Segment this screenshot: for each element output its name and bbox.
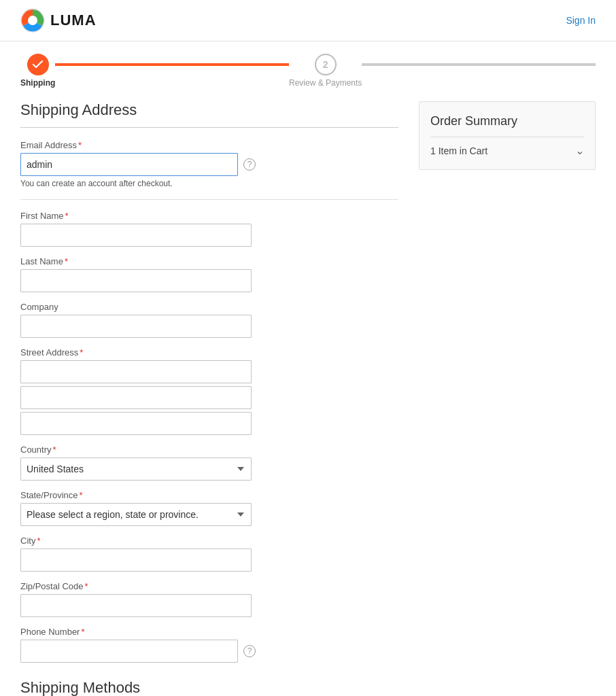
zip-label: Zip/Postal Code* <box>20 581 398 591</box>
step-2-circle: 2 <box>315 54 337 75</box>
street-label: Street Address* <box>20 347 398 358</box>
phone-group: Phone Number* ? <box>20 627 398 663</box>
logo-area: LUMA <box>20 8 97 33</box>
city-group: City* <box>20 536 398 572</box>
cart-chevron-icon: ⌄ <box>575 144 584 157</box>
company-group: Company <box>20 302 398 338</box>
left-column: Shipping Address Email Address* ? You ca… <box>20 101 398 696</box>
step-1-circle <box>27 54 49 75</box>
step-2-label: Review & Payments <box>289 78 362 88</box>
shipping-methods-title: Shipping Methods <box>20 679 398 696</box>
state-group: State/Province* Please select a region, … <box>20 490 398 526</box>
state-select[interactable]: Please select a region, state or provinc… <box>20 503 252 526</box>
country-select[interactable]: United States Canada United Kingdom <box>20 457 252 481</box>
street-input-2[interactable] <box>20 386 252 409</box>
last-name-label: Last Name* <box>20 256 398 266</box>
first-name-label: First Name* <box>20 211 398 221</box>
last-name-group: Last Name* <box>20 256 398 292</box>
divider-inner <box>20 199 398 200</box>
city-label: City* <box>20 536 398 546</box>
phone-input[interactable] <box>20 640 238 663</box>
svg-point-1 <box>28 16 37 25</box>
cart-row[interactable]: 1 Item in Cart ⌄ <box>430 137 584 157</box>
luma-logo-icon <box>20 8 45 33</box>
street-input-1[interactable] <box>20 360 252 383</box>
step-connector <box>55 63 289 66</box>
state-label: State/Province* <box>20 490 398 500</box>
zip-input[interactable] <box>20 594 252 617</box>
phone-row: ? <box>20 640 398 663</box>
shipping-address-title: Shipping Address <box>20 101 398 119</box>
section-divider-1 <box>20 127 398 128</box>
progress-steps: Shipping 2 Review & Payments <box>0 41 616 94</box>
step-1-label: Shipping <box>20 78 55 88</box>
city-input[interactable] <box>20 549 252 572</box>
first-name-input[interactable] <box>20 224 252 247</box>
step-connector-2 <box>362 63 596 66</box>
step-1-shipping: Shipping <box>20 54 55 88</box>
phone-label: Phone Number* <box>20 627 398 637</box>
street-group: Street Address* <box>20 347 398 435</box>
email-input[interactable] <box>20 153 238 176</box>
zip-group: Zip/Postal Code* <box>20 581 398 617</box>
company-label: Company <box>20 302 398 312</box>
header: LUMA Sign In <box>0 0 616 41</box>
step-2-review: 2 Review & Payments <box>289 54 362 88</box>
email-group: Email Address* ? You can create an accou… <box>20 140 398 188</box>
cart-label: 1 Item in Cart <box>430 145 487 156</box>
country-group: Country* United States Canada United Kin… <box>20 445 398 481</box>
country-label: Country* <box>20 445 398 455</box>
email-label: Email Address* <box>20 140 398 150</box>
street-input-3[interactable] <box>20 412 252 435</box>
logo-text: LUMA <box>50 12 97 29</box>
first-name-group: First Name* <box>20 211 398 247</box>
signin-link[interactable]: Sign In <box>566 15 596 26</box>
email-row: ? <box>20 153 398 176</box>
right-column: Order Summary 1 Item in Cart ⌄ <box>419 101 596 696</box>
phone-help-icon[interactable]: ? <box>243 645 256 657</box>
main-container: Shipping Address Email Address* ? You ca… <box>0 94 616 696</box>
email-hint: You can create an account after checkout… <box>20 179 398 188</box>
email-help-icon[interactable]: ? <box>243 158 256 171</box>
order-summary-title: Order Summary <box>430 114 584 128</box>
company-input[interactable] <box>20 315 252 338</box>
order-summary-box: Order Summary 1 Item in Cart ⌄ <box>419 101 596 170</box>
last-name-input[interactable] <box>20 269 252 292</box>
